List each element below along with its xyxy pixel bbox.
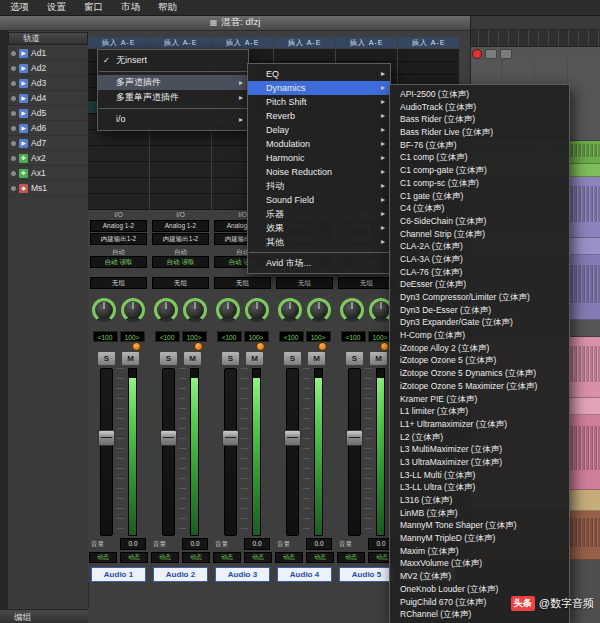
input-selector[interactable]: Analog 1-2 bbox=[152, 220, 209, 232]
menu-item[interactable]: 效果 ▸ bbox=[248, 221, 390, 235]
fader-handle[interactable] bbox=[98, 430, 115, 446]
plugin-menu-item[interactable]: iZotope Ozone 5 (立体声) bbox=[390, 354, 569, 367]
pan-value-right[interactable]: 100> bbox=[120, 331, 145, 342]
send-slot[interactable] bbox=[150, 194, 211, 210]
group-selector[interactable]: 无组 bbox=[152, 277, 209, 289]
plugin-menu-item[interactable]: Maxim (立体声) bbox=[390, 545, 569, 558]
volume-value[interactable]: 0.0 bbox=[120, 538, 146, 550]
plugin-menu-item[interactable]: C1 comp (立体声) bbox=[390, 151, 569, 164]
track-show-dot[interactable] bbox=[11, 171, 16, 176]
menu-item[interactable]: Reverb ▸ bbox=[248, 109, 390, 123]
fader-track[interactable] bbox=[286, 368, 299, 536]
menu-item[interactable]: i/o ▸ bbox=[98, 112, 248, 127]
menu-item[interactable]: 多重单声道插件 ▸ bbox=[98, 90, 248, 105]
fader-handle[interactable] bbox=[346, 430, 363, 446]
pan-value-left[interactable]: <100 bbox=[217, 331, 242, 342]
plugin-menu-item[interactable]: MaxxVolume (立体声) bbox=[390, 557, 569, 570]
plugin-menu-item[interactable]: L316 (立体声) bbox=[390, 494, 569, 507]
pan-value-right[interactable]: 100> bbox=[244, 331, 269, 342]
track-list-item[interactable]: ▶ Ad7 bbox=[8, 136, 88, 151]
menu-item[interactable]: Delay ▸ bbox=[248, 123, 390, 137]
record-enable-icon[interactable] bbox=[256, 342, 265, 351]
mute-button[interactable]: M bbox=[307, 351, 326, 366]
plugin-menu-item[interactable]: CLA-76 (立体声) bbox=[390, 266, 569, 279]
menu-item[interactable]: 乐器 ▸ bbox=[248, 207, 390, 221]
automation-mode-button[interactable]: 自动 读取 bbox=[152, 256, 209, 268]
insert-slot[interactable] bbox=[398, 62, 459, 75]
mix-window-titlebar[interactable]: ▦ 混音: dfzj bbox=[0, 15, 470, 31]
record-icon[interactable] bbox=[472, 49, 482, 59]
plugin-menu-item[interactable]: Bass Rider (立体声) bbox=[390, 113, 569, 126]
menu-item[interactable]: Pitch Shift ▸ bbox=[248, 95, 390, 109]
volume-value[interactable]: 0.0 bbox=[182, 538, 208, 550]
mute-button[interactable]: M bbox=[183, 351, 202, 366]
track-show-dot[interactable] bbox=[11, 66, 16, 71]
plugin-menu-item[interactable]: iZotope Ozone 5 Maximizer (立体声) bbox=[390, 380, 569, 393]
send-slot[interactable] bbox=[150, 130, 211, 146]
dyn-left-button[interactable]: 动态 bbox=[89, 552, 117, 563]
output-selector[interactable]: 内建输出1-2 bbox=[152, 233, 209, 245]
menu-item[interactable]: 多声道插件 ▸ bbox=[98, 75, 248, 90]
dyn-left-button[interactable]: 动态 bbox=[337, 552, 365, 563]
track-show-dot[interactable] bbox=[11, 51, 16, 56]
pan-value-left[interactable]: <100 bbox=[341, 331, 366, 342]
plugin-menu-item[interactable]: Dyn3 Expander/Gate (立体声) bbox=[390, 316, 569, 329]
plugin-menu-item[interactable]: L3-LL Multi (立体声) bbox=[390, 469, 569, 482]
volume-value[interactable]: 0.0 bbox=[244, 538, 270, 550]
pan-knob-left[interactable] bbox=[216, 298, 240, 322]
group-selector[interactable]: 无组 bbox=[338, 277, 395, 289]
plugin-menu-item[interactable]: CLA-2A (立体声) bbox=[390, 240, 569, 253]
record-enable-icon[interactable] bbox=[318, 342, 327, 351]
pan-knob-right[interactable] bbox=[121, 298, 145, 322]
track-list-item[interactable]: ✚ Ax1 bbox=[8, 166, 88, 181]
fader-handle[interactable] bbox=[160, 430, 177, 446]
plugin-menu-item[interactable]: L2 (立体声) bbox=[390, 431, 569, 444]
menu-item[interactable]: Modulation ▸ bbox=[248, 137, 390, 151]
track-list-item[interactable]: ▶ Ad6 bbox=[8, 121, 88, 136]
edit-tool-button[interactable] bbox=[485, 49, 497, 59]
plugin-menu-item[interactable]: Dyn3 Compressor/Limiter (立体声) bbox=[390, 291, 569, 304]
plugin-menu-item[interactable]: H-Comp (立体声) bbox=[390, 329, 569, 342]
plugin-menu-item[interactable]: L3 UltraMaximizer (立体声) bbox=[390, 456, 569, 469]
plugin-menu-item[interactable]: API-2500 (立体声) bbox=[390, 88, 569, 101]
plugin-menu-item[interactable]: DeEsser (立体声) bbox=[390, 278, 569, 291]
mute-button[interactable]: M bbox=[121, 351, 140, 366]
fader-track[interactable] bbox=[100, 368, 113, 536]
plugin-menu-item[interactable]: iZotope Alloy 2 (立体声) bbox=[390, 342, 569, 355]
fader-track[interactable] bbox=[348, 368, 361, 536]
track-name[interactable]: Audio 5 bbox=[339, 567, 394, 582]
track-show-dot[interactable] bbox=[11, 81, 16, 86]
track-show-dot[interactable] bbox=[11, 156, 16, 161]
track-show-dot[interactable] bbox=[11, 126, 16, 131]
send-slot[interactable] bbox=[150, 146, 211, 162]
mute-button[interactable]: M bbox=[369, 351, 388, 366]
plugin-menu-item[interactable]: MannyM TripleD (立体声) bbox=[390, 532, 569, 545]
track-name[interactable]: Audio 3 bbox=[215, 567, 270, 582]
pan-knob-left[interactable] bbox=[92, 298, 116, 322]
menu-item[interactable]: Noise Reduction ▸ bbox=[248, 165, 390, 179]
track-name[interactable]: Audio 1 bbox=[91, 567, 146, 582]
output-selector[interactable]: 内建输出1-2 bbox=[90, 233, 147, 245]
track-show-dot[interactable] bbox=[11, 111, 16, 116]
group-selector[interactable]: 无组 bbox=[90, 277, 147, 289]
plugin-menu-item[interactable]: Kramer PIE (立体声) bbox=[390, 393, 569, 406]
track-list-item[interactable]: ◆ Ms1 bbox=[8, 181, 88, 196]
pan-value-left[interactable]: <100 bbox=[155, 331, 180, 342]
group-selector[interactable]: 无组 bbox=[214, 277, 271, 289]
plugin-menu-item[interactable]: L1+ Ultramaximizer (立体声) bbox=[390, 418, 569, 431]
track-list-item[interactable]: ▶ Ad1 bbox=[8, 46, 88, 61]
plugin-menu-item[interactable]: Channel Strip (立体声) bbox=[390, 228, 569, 241]
pan-knob-right[interactable] bbox=[183, 298, 207, 322]
group-selector[interactable]: 无组 bbox=[276, 277, 333, 289]
edit-tool-button[interactable] bbox=[500, 49, 512, 59]
plugin-menu-item[interactable]: BF-76 (立体声) bbox=[390, 139, 569, 152]
dyn-right-button[interactable]: 动态 bbox=[244, 552, 272, 563]
insert-slot[interactable] bbox=[336, 49, 397, 62]
plugin-menu-item[interactable]: L3-LL Ultra (立体声) bbox=[390, 481, 569, 494]
input-selector[interactable]: Analog 1-2 bbox=[90, 220, 147, 232]
send-slot[interactable] bbox=[88, 194, 149, 210]
dyn-right-button[interactable]: 动态 bbox=[306, 552, 334, 563]
send-slot[interactable] bbox=[150, 162, 211, 178]
pan-knob-right[interactable] bbox=[307, 298, 331, 322]
menu-item[interactable]: ✓ 无insert bbox=[98, 53, 248, 68]
